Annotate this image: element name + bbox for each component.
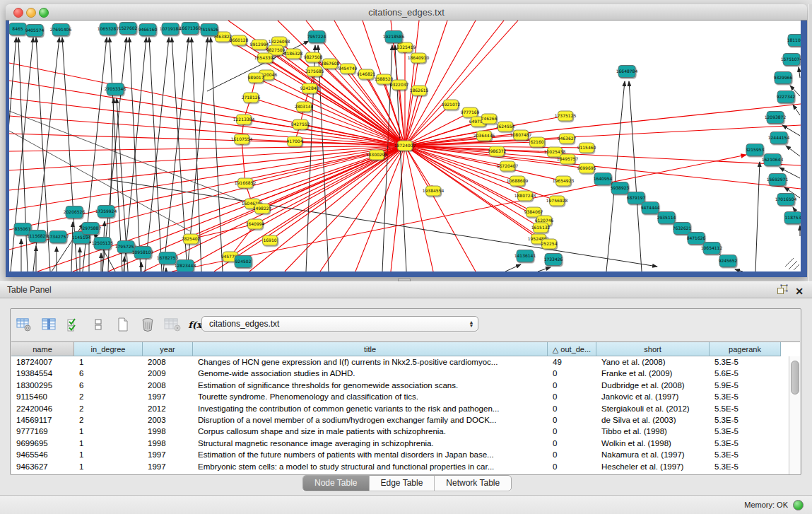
memory-ok-led-icon[interactable] <box>793 500 804 510</box>
graph-node[interactable]: 8465 <box>9 23 26 35</box>
graph-node[interactable]: 8427552 <box>291 119 310 129</box>
table-row[interactable]: 969969511998Structural magnetic resonanc… <box>11 438 800 449</box>
graph-node[interactable]: 19756928 <box>546 196 568 206</box>
graph-node[interactable]: 10654112 <box>701 243 723 255</box>
graph-node[interactable]: 17375125 <box>555 111 577 121</box>
graph-node[interactable]: 7515526 <box>200 24 219 36</box>
column-header-pagerank[interactable]: pagerank <box>710 342 781 356</box>
graph-node[interactable]: 746266 <box>481 114 498 124</box>
graph-node[interactable]: 9242848 <box>300 83 319 93</box>
graph-node[interactable]: 9777169 <box>461 107 480 117</box>
graph-node[interactable]: 12823448 <box>175 260 196 272</box>
graph-node[interactable]: 16910 <box>263 235 278 245</box>
create-table-icon[interactable] <box>114 315 132 334</box>
graph-node[interactable]: 7986372 <box>488 146 507 156</box>
graph-node[interactable]: 7825402 <box>182 234 201 244</box>
show-columns-icon[interactable] <box>40 315 58 334</box>
graph-node[interactable]: 10653287 <box>98 23 119 35</box>
graph-node[interactable]: 15751074 <box>781 54 801 66</box>
graph-node[interactable]: 2867608 <box>321 59 340 69</box>
graph-node[interactable]: 19218586 <box>383 31 405 43</box>
table-row[interactable]: 1938455462009Genome-wide association stu… <box>11 368 800 379</box>
graph-node[interactable]: 8471626 <box>687 233 706 245</box>
graph-node[interactable]: 5938923 <box>611 182 630 194</box>
graph-node[interactable]: 10807487 <box>510 130 532 140</box>
graph-node[interactable]: 17016504 <box>775 194 797 206</box>
graph-node[interactable]: 9329966 <box>774 72 793 84</box>
graph-node[interactable]: 9146821 <box>357 69 376 79</box>
graph-node[interactable]: 1615132 <box>531 223 551 233</box>
graph-node[interactable]: 8186328 <box>284 49 303 59</box>
graph-node[interactable]: 7957224 <box>307 31 326 43</box>
graph-node[interactable]: 27053346 <box>105 83 126 95</box>
delete-table-icon[interactable] <box>139 315 157 334</box>
graph-node[interactable]: 92975887 <box>80 223 102 235</box>
column-header-name[interactable]: name <box>11 342 74 356</box>
graph-node[interactable]: 17342757 <box>47 231 69 243</box>
scrollbar-thumb[interactable] <box>791 361 799 395</box>
table-row[interactable]: 1456911722003Disruption of a novel membe… <box>11 414 800 426</box>
graph-node[interactable]: 8454749 <box>339 64 358 74</box>
graph-node[interactable]: 10688609 <box>507 176 529 186</box>
graph-node[interactable]: 1498227 <box>253 204 272 214</box>
graph-node[interactable]: 27691406 <box>50 24 72 36</box>
graph-node[interactable]: 16782753 <box>157 252 179 264</box>
graph-node[interactable]: 2935114 <box>657 212 676 224</box>
tab-node-table[interactable]: Node Table <box>303 476 370 491</box>
close-panel-icon[interactable]: ✕ <box>795 286 804 297</box>
graph-node[interactable]: 9322037 <box>390 80 409 90</box>
graph-node[interactable]: 1527602 <box>119 23 138 35</box>
graph-node[interactable]: 19654923 <box>553 176 575 186</box>
graph-node[interactable]: 1921072 <box>442 100 461 110</box>
row-height-icon[interactable] <box>89 315 107 334</box>
table-row[interactable]: 1830029562008Estimation of significance … <box>11 380 800 391</box>
graph-node[interactable]: 9227342 <box>777 91 796 103</box>
column-header-short[interactable]: short <box>596 342 710 356</box>
table-settings-icon[interactable] <box>15 315 33 334</box>
graph-node[interactable]: 9115460 <box>577 143 596 153</box>
column-header-out_de[interactable]: △ out_de... <box>548 342 596 356</box>
graph-node[interactable]: 19384554 <box>423 186 445 196</box>
graph-node[interactable]: 15692971 <box>767 174 789 186</box>
graph-node[interactable]: 1640954 <box>594 173 613 185</box>
graph-node[interactable]: 9463627 <box>558 134 577 144</box>
graph-node[interactable]: 14136141 <box>514 250 536 262</box>
table-vertical-scrollbar[interactable] <box>789 356 800 474</box>
graph-node[interactable]: 13325419 <box>394 42 416 52</box>
graph-node[interactable]: 12505135 <box>92 238 114 250</box>
graph-node[interactable]: 16107554 <box>231 134 253 144</box>
graph-node[interactable]: 118753 <box>784 212 801 224</box>
graph-node[interactable]: 12213384 <box>233 115 255 124</box>
graph-node[interactable]: 10719184 <box>160 23 182 35</box>
graph-node[interactable]: 16210643 <box>762 154 784 166</box>
column-header-in_degree[interactable]: in_degree <box>74 342 143 356</box>
graph-node[interactable]: 252254 <box>541 239 558 249</box>
graph-node[interactable]: 2718126 <box>242 93 261 103</box>
window-titlebar[interactable]: citations_edges.txt <box>6 4 807 21</box>
graph-node[interactable]: 20206526 <box>64 206 86 218</box>
graph-node[interactable]: 12093872 <box>765 112 787 124</box>
table-row[interactable]: 946362711997Embryonic stem cells: a mode… <box>11 461 800 472</box>
table-selector-combobox[interactable]: citations_edges.txt ▲▼ <box>201 316 478 332</box>
graph-node[interactable]: 9474444 <box>641 202 660 214</box>
tab-edge-table[interactable]: Edge Table <box>370 476 435 491</box>
graph-node[interactable]: 17359924 <box>95 206 117 218</box>
graph-node[interactable]: 1640994 <box>246 219 265 229</box>
graph-node[interactable]: 16720407 <box>497 161 519 171</box>
table-row[interactable]: 2242004622012Investigating the contribut… <box>11 403 800 414</box>
graph-node[interactable]: 924502 <box>235 256 252 268</box>
graph-node[interactable]: 18640910 <box>408 53 430 63</box>
graph-node[interactable]: 1733426 <box>544 254 563 266</box>
graph-node[interactable]: 1811074 <box>787 35 801 47</box>
graph-node[interactable]: 18807243 <box>514 191 536 201</box>
graph-node[interactable]: 19166852 <box>235 178 257 188</box>
graph-node[interactable]: 10958107 <box>132 247 154 259</box>
graph-node[interactable]: 9466160 <box>139 24 158 36</box>
table-row[interactable]: 1872400712008Changes of HCN gene express… <box>11 356 800 368</box>
graph-node[interactable]: 12444154 <box>768 132 790 144</box>
graph-node[interactable]: 16648784 <box>616 66 638 78</box>
graph-node[interactable]: 3215953 <box>746 144 765 156</box>
table-row[interactable]: 946554611997Estimation of the future num… <box>11 449 800 460</box>
graph-node[interactable]: 417004 <box>287 136 303 146</box>
graph-node[interactable]: 9405574 <box>25 25 45 37</box>
